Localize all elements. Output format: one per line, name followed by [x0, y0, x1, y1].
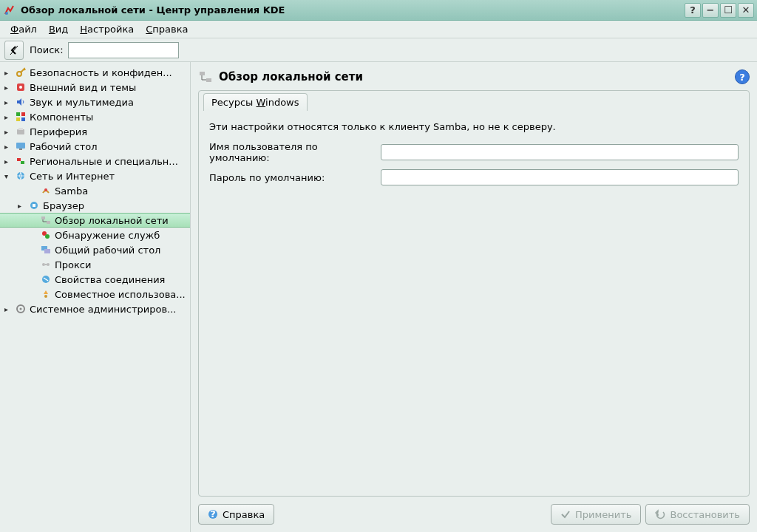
svg-rect-5 — [21, 112, 25, 116]
tree-item-lan-overview[interactable]: Обзор локальной сети — [0, 213, 190, 228]
tree-item-proxy[interactable]: Прокси — [0, 257, 190, 272]
appearance-icon — [15, 81, 27, 93]
tree-item-connection[interactable]: Свойства соединения — [0, 272, 190, 287]
svg-rect-17 — [33, 204, 35, 207]
tab-body: Эти настройки относятся только к клиенту… — [199, 111, 749, 202]
restore-button-label: Восстановить — [670, 509, 740, 520]
content-panel: Обзор локальной сети ? Ресурсы Windows Э… — [191, 62, 757, 532]
caret-icon: ▸ — [4, 143, 12, 151]
page-title: Обзор локальной сети — [219, 70, 735, 83]
svg-point-24 — [42, 263, 45, 266]
svg-rect-4 — [16, 112, 20, 116]
desktop-icon — [15, 140, 27, 152]
svg-rect-31 — [206, 78, 211, 82]
svg-point-21 — [45, 234, 50, 239]
tree-item-shared-desktop[interactable]: Общий рабочий стол — [0, 242, 190, 257]
menubar: Файл Вид Настройка Справка — [0, 21, 757, 38]
tab-windows-resources[interactable]: Ресурсы Windows — [203, 93, 308, 111]
username-row: Имя пользователя по умолчанию: — [209, 141, 739, 163]
tree-item-discovery[interactable]: Обнаружение служб — [0, 228, 190, 242]
sysadmin-icon — [15, 303, 27, 315]
menu-view[interactable]: Вид — [43, 22, 74, 36]
tree-item-browser[interactable]: ▸Браузер — [0, 198, 190, 213]
caret-icon: ▸ — [4, 128, 12, 136]
tree-item-peripherals[interactable]: ▸Периферия — [0, 124, 190, 139]
window-title: Обзор локальной сети - Центр управления … — [21, 4, 683, 16]
proxy-icon — [40, 259, 52, 270]
apply-button[interactable]: Применить — [551, 504, 641, 525]
browser-icon — [28, 200, 40, 211]
svg-rect-9 — [18, 128, 23, 130]
tree-item-network[interactable]: ▾Сеть и Интернет — [0, 168, 190, 183]
svg-point-29 — [20, 308, 22, 310]
svg-rect-7 — [21, 117, 25, 121]
category-tree: ▸Безопасность и конфиден... ▸Внешний вид… — [0, 62, 191, 532]
titlebar-help-button[interactable]: ? — [685, 3, 701, 18]
menu-settings[interactable]: Настройка — [74, 22, 140, 36]
svg-point-3 — [19, 86, 22, 89]
svg-rect-8 — [17, 129, 24, 134]
tree-item-sharing[interactable]: Совместное использова... — [0, 287, 190, 301]
tree-item-desktop[interactable]: ▸Рабочий стол — [0, 139, 190, 154]
globe-icon — [15, 170, 27, 182]
svg-text:?: ? — [210, 509, 216, 519]
peripherals-icon — [15, 126, 27, 137]
caret-icon: ▸ — [4, 83, 12, 92]
minimize-button[interactable]: − — [702, 3, 719, 18]
app-icon — [3, 4, 16, 17]
titlebar: Обзор локальной сети - Центр управления … — [0, 0, 757, 21]
key-icon — [15, 66, 27, 78]
apply-button-label: Применить — [575, 509, 631, 520]
sharing-icon — [40, 288, 52, 300]
svg-rect-13 — [21, 161, 24, 164]
maximize-button[interactable]: ☐ — [720, 3, 736, 18]
password-input[interactable] — [381, 169, 739, 185]
svg-point-25 — [47, 263, 50, 266]
tree-item-components[interactable]: ▸Компоненты — [0, 109, 190, 124]
help-button[interactable]: ? Справка — [198, 504, 274, 525]
help-icon: ? — [208, 509, 218, 519]
tree-item-samba[interactable]: Samba — [0, 183, 190, 198]
samba-icon — [40, 185, 52, 197]
tree-item-security[interactable]: ▸Безопасность и конфиден... — [0, 65, 190, 80]
caret-icon: ▸ — [4, 157, 12, 166]
lan-icon — [198, 69, 213, 84]
svg-rect-23 — [44, 249, 50, 253]
caret-icon: ▸ — [4, 113, 12, 121]
username-input[interactable] — [381, 144, 739, 160]
restore-button[interactable]: Восстановить — [645, 504, 750, 525]
caret-icon: ▾ — [4, 172, 12, 180]
tree-item-sysadmin[interactable]: ▸Системное администриров... — [0, 301, 190, 316]
undo-icon — [655, 509, 665, 519]
svg-rect-12 — [17, 158, 21, 161]
username-label: Имя пользователя по умолчанию: — [209, 141, 381, 163]
shared-desktop-icon — [40, 244, 52, 256]
caret-icon: ▸ — [4, 98, 12, 106]
button-row: ? Справка Применить Восстановить — [198, 504, 750, 525]
tree-item-sound[interactable]: ▸Звук и мультимедиа — [0, 95, 190, 109]
close-button[interactable]: ✕ — [738, 3, 754, 18]
svg-rect-18 — [41, 216, 45, 219]
tree-item-appearance[interactable]: ▸Внешний вид и темы — [0, 80, 190, 95]
menu-file[interactable]: Файл — [4, 22, 43, 36]
connection-icon — [40, 273, 52, 285]
tab-row: Ресурсы Windows — [199, 90, 749, 111]
search-label: Поиск: — [30, 44, 64, 55]
sound-icon — [15, 96, 27, 108]
svg-rect-19 — [47, 221, 50, 224]
svg-rect-30 — [200, 72, 205, 75]
menu-help[interactable]: Справка — [140, 22, 194, 36]
password-row: Пароль по умолчанию: — [209, 169, 739, 185]
password-label: Пароль по умолчанию: — [209, 172, 381, 183]
svg-point-27 — [44, 295, 47, 298]
svg-rect-11 — [19, 149, 22, 150]
tree-item-regional[interactable]: ▸Региональные и специальн... — [0, 154, 190, 168]
svg-rect-6 — [16, 117, 20, 121]
settings-panel: Ресурсы Windows Эти настройки относятся … — [198, 90, 750, 497]
svg-rect-10 — [16, 143, 25, 149]
lan-icon — [40, 214, 52, 226]
help-icon[interactable]: ? — [735, 69, 750, 84]
components-icon — [15, 111, 27, 123]
search-input[interactable] — [68, 42, 179, 58]
back-button[interactable] — [4, 41, 24, 60]
